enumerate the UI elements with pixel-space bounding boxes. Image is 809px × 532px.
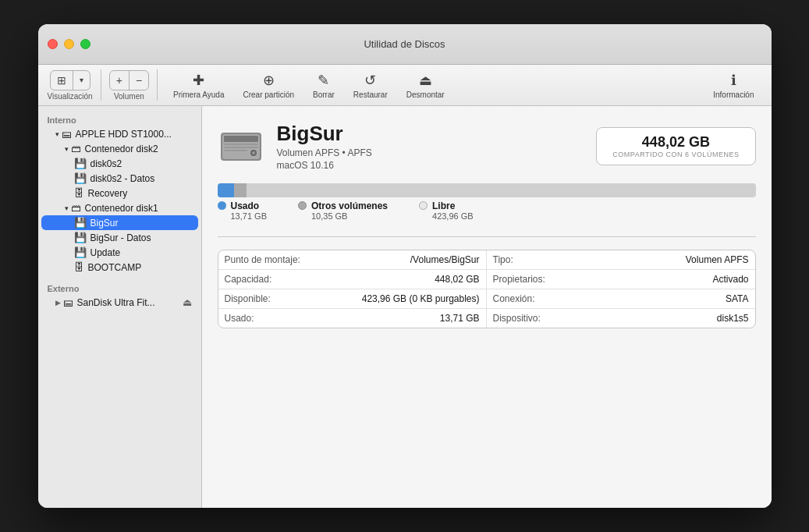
volume-button-group[interactable]: + − [109,70,149,90]
detail-label: Tipo: [493,254,571,265]
divider [218,236,756,237]
erase-button[interactable]: ✎ Borrar [305,70,342,101]
legend-used-text: Usado 13,71 GB [231,200,267,221]
sidebar-item-bootcamp[interactable]: 🗄 BOOTCAMP [41,260,198,275]
sidebar-item-label: Recovery [88,188,128,199]
detail-value: Volumen APFS [571,254,749,265]
detail-value: Activado [571,274,749,285]
sidebar-item-update[interactable]: 💾 Update [41,245,198,260]
sidebar-item-label: disk0s2 [90,158,122,169]
view-dropdown-button[interactable]: ▾ [73,71,90,90]
sidebar-item-container-disk2[interactable]: ▾ 🗃 Contenedor disk2 [41,141,198,156]
details-right-col: Tipo:Volumen APFSPropietarios:ActivadoCo… [487,250,755,328]
detail-row: Capacidad:448,02 GB [218,270,486,289]
detail-row: Disponible:423,96 GB (0 KB purgables) [218,289,486,309]
legend-other-text: Otros volúmenes 10,35 GB [311,200,388,221]
detail-value: /Volumes/BigSur [303,254,480,265]
other-dot [298,201,307,210]
internal-section-label: Interno [38,112,201,126]
used-val: 13,71 GB [231,211,267,221]
volume-size-box: 448,02 GB COMPARTIDO CON 6 VOLÚMENES [596,127,755,165]
volume-info: BigSur Volumen APFS • APFS macOS 10.16 [277,122,584,171]
restore-button[interactable]: ↺ Restaurar [346,70,396,101]
disclosure-icon: ▾ [55,130,59,138]
view-group: ⊞ ▾ Visualización [48,70,93,101]
volume-icon: 🗄 [74,261,84,273]
detail-label: Usado: [225,313,303,324]
unmount-label: Desmontar [406,90,445,99]
container-icon: 🗃 [71,202,81,214]
view-button-group[interactable]: ⊞ ▾ [50,70,90,90]
other-label: Otros volúmenes [311,200,388,211]
sidebar-item-label: APPLE HDD ST1000... [76,129,172,140]
free-dot [419,201,428,210]
volume-icon: 💾 [74,232,87,243]
legend-free-text: Libre 423,96 GB [432,200,474,221]
volume-size-sub: COMPARTIDO CON 6 VOLÚMENES [612,151,739,158]
add-volume-button[interactable]: + [110,71,130,90]
sidebar-item-bigsur-datos[interactable]: 💾 BigSur - Datos [41,230,198,245]
sidebar-item-label: BigSur [90,218,119,229]
detail-label: Disponible: [225,293,303,304]
volume-icon: 💾 [74,246,87,258]
usage-bar [218,183,756,197]
sidebar-item-container-disk1[interactable]: ▾ 🗃 Contenedor disk1 [41,200,198,215]
detail-value: 423,96 GB (0 KB purgables) [303,293,480,304]
sidebar-item-label: disk0s2 - Datos [90,173,155,184]
remove-volume-button[interactable]: − [130,71,148,90]
detail-panel: BigSur Volumen APFS • APFS macOS 10.16 4… [202,106,772,508]
first-aid-button[interactable]: ✚ Primera Ayuda [165,70,232,101]
sidebar-item-label: Contenedor disk2 [85,144,158,154]
maximize-button[interactable] [80,39,90,49]
close-button[interactable] [48,39,58,49]
sidebar-item-sandisk[interactable]: ▶ 🖴 SanDisk Ultra Fit... ⏏ [41,295,198,310]
title-bar: Utilidad de Discos [38,24,772,65]
detail-row: Dispositivo:disk1s5 [487,309,755,328]
volume-label: Volumen [114,92,144,101]
detail-value: disk1s5 [571,313,749,324]
volume-icon: 💾 [74,172,87,184]
info-label: Información [713,90,754,99]
svg-rect-3 [224,144,258,145]
svg-rect-2 [224,136,258,142]
unmount-button[interactable]: ⏏ Desmontar [399,70,452,101]
sidebar-item-disk0s2[interactable]: 💾 disk0s2 [41,156,198,171]
svg-rect-5 [224,150,247,151]
detail-row: Punto de montaje:/Volumes/BigSur [218,250,486,270]
sidebar-item-apple-hdd[interactable]: ▾ 🖴 APPLE HDD ST1000... [41,126,198,141]
unmount-icon: ⏏ [419,72,432,89]
info-button[interactable]: ℹ Información [705,70,761,101]
restore-icon: ↺ [364,72,376,89]
sidebar-item-bigsur[interactable]: 💾 BigSur [41,215,198,230]
detail-label: Dispositivo: [493,313,571,324]
free-val: 423,96 GB [432,211,474,221]
erase-label: Borrar [313,90,335,99]
detail-row: Tipo:Volumen APFS [487,250,755,270]
partition-button[interactable]: ⊕ Crear partición [235,70,302,101]
svg-point-7 [252,151,255,154]
volume-group: + − Volumen [109,70,149,101]
eject-icon[interactable]: ⏏ [183,296,192,308]
erase-icon: ✎ [318,72,329,89]
detail-label: Capacidad: [225,274,303,285]
other-bar-segment [234,183,247,197]
partition-icon: ⊕ [263,72,275,89]
disclosure-icon: ▾ [65,204,69,212]
detail-value: 13,71 GB [303,313,480,324]
detail-value: SATA [571,293,749,304]
minimize-button[interactable] [64,39,74,49]
legend-free: Libre 423,96 GB [419,200,474,221]
sidebar-item-disk0s2-datos[interactable]: 💾 disk0s2 - Datos [41,171,198,186]
detail-row: Propietarios:Activado [487,270,755,289]
main-content: Interno ▾ 🖴 APPLE HDD ST1000... ▾ 🗃 Cont… [38,106,772,508]
details-left-col: Punto de montaje:/Volumes/BigSurCapacida… [218,250,487,328]
volume-disk-image [218,123,264,170]
details-inner: Punto de montaje:/Volumes/BigSurCapacida… [218,250,755,328]
legend-other: Otros volúmenes 10,35 GB [298,200,388,221]
sidebar-item-recovery[interactable]: 🗄 Recovery [41,186,198,200]
used-dot [218,201,226,210]
sidebar-item-label: Contenedor disk1 [85,203,158,214]
view-mode-button[interactable]: ⊞ [51,71,73,90]
window-title: Utilidad de Discos [364,38,445,50]
volume-icon: 🗄 [74,187,84,199]
